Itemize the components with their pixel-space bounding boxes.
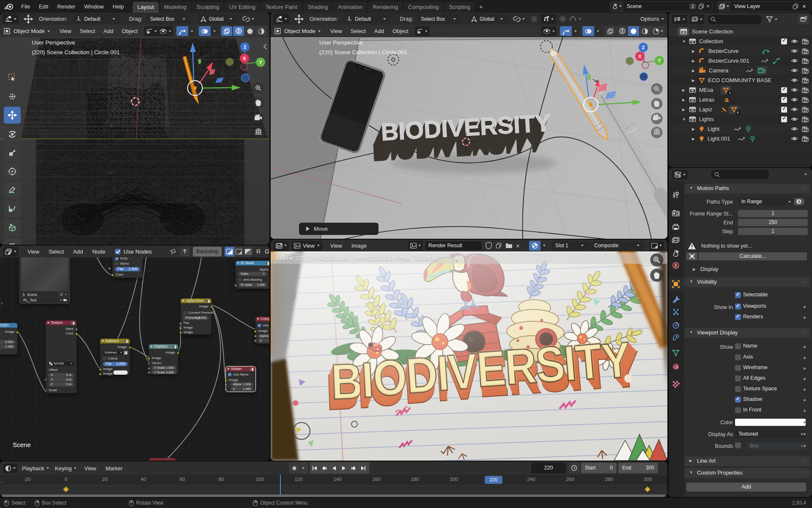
svg-text:X: X: [243, 56, 246, 61]
svg-text:X: X: [638, 54, 642, 59]
svg-text:Z: Z: [642, 45, 645, 50]
svg-text:Y: Y: [658, 58, 661, 63]
svg-text:Z: Z: [244, 44, 247, 50]
svg-text:Frame:220 | Time:00:06.80 | Me: Frame:220 | Time:00:06.80 | Mem:516.02M …: [276, 255, 439, 262]
svg-text:User Perspective: User Perspective: [32, 39, 75, 46]
svg-text:(220) Scene Collection | Circl: (220) Scene Collection | Circle.001: [32, 49, 120, 55]
svg-text:Y: Y: [259, 60, 262, 65]
svg-text:(220) Scene Collection | Circl: (220) Scene Collection | Circle.001: [319, 49, 407, 55]
svg-text:User Perspective: User Perspective: [319, 39, 363, 46]
svg-text:Move: Move: [314, 226, 328, 232]
